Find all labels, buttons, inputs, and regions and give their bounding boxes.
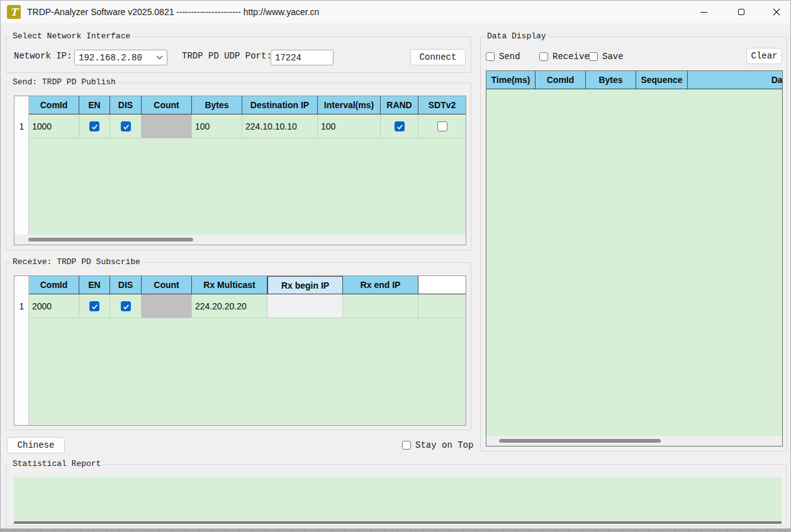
scrollbar-thumb[interactable] [28,238,193,241]
col-rand[interactable]: RAND [381,96,418,114]
udp-port-input[interactable] [271,50,334,65]
col-comid[interactable]: ComId [536,71,586,89]
network-ip-value: 192.168.2.80 [79,53,142,63]
col-sequence[interactable]: Sequence [636,71,688,89]
app-window: T TRDP-Analyzer Software v2025.0821 ----… [0,0,791,532]
cell-dis [110,294,142,318]
cell-rx-end-ip[interactable] [343,294,418,318]
receive-group: Receive: TRDP PD Subscribe ComId EN DIS … [6,262,471,430]
send-filter-label: Send [499,52,520,62]
en-checkbox[interactable] [89,121,99,131]
col-destination-ip[interactable]: Destination IP [242,96,318,114]
save-filter-checkbox[interactable] [589,52,598,61]
scrollbar-thumb[interactable] [14,521,782,524]
stay-on-top: Stay on Top [402,440,473,450]
resize-grip-strip [1,528,791,532]
cell-interval-ms[interactable]: 100 [318,114,381,138]
data-display-group: Data Display Send Receive Save Clear Tim… [480,36,787,452]
cell-comid[interactable]: 2000 [29,294,79,318]
col-en[interactable]: EN [79,276,110,294]
cell-en [79,294,110,318]
receive-row-number[interactable]: 1 [14,294,29,318]
dis-checkbox[interactable] [121,301,131,311]
cell-dis [110,114,142,138]
network-group-label: Select Network Interface [10,31,133,41]
network-ip-select[interactable]: 192.168.2.80 [74,50,167,65]
send-group-label: Send: TRDP PD Publish [10,77,118,87]
col-interval-ms[interactable]: Interval(ms) [318,96,381,114]
cell-count [142,114,192,138]
statistical-report-label: Statistical Report [10,459,103,468]
minimize-button[interactable] [689,1,718,23]
en-checkbox[interactable] [89,301,99,311]
network-ip-label: Network IP: [14,51,72,61]
col-sdtv2[interactable]: SDTv2 [418,96,466,114]
statistical-report-group: Statistical Report [6,464,787,526]
close-icon [773,8,780,16]
cell-rx-begin-ip[interactable] [267,294,343,318]
receive-table: ComId EN DIS Count Rx Multicast Rx begin… [14,275,466,426]
col-dis[interactable]: DIS [110,276,142,294]
receive-group-label: Receive: TRDP PD Subscribe [10,257,143,267]
udp-port-label: TRDP PD UDP Port: [182,51,272,61]
cell-comid[interactable]: 1000 [29,114,79,138]
cell-destination-ip[interactable]: 224.10.10.10 [242,114,318,138]
col-en[interactable]: EN [79,96,110,114]
col-rx-end-ip[interactable]: Rx end IP [343,276,418,294]
cell-rand [381,114,418,138]
receive-table-header: ComId EN DIS Count Rx Multicast Rx begin… [29,276,466,294]
data-display-group-label: Data Display [485,31,549,41]
col-bytes[interactable]: Bytes [192,96,242,114]
send-table-header: ComId EN DIS Count Bytes Destination IP … [29,96,466,114]
titlebar: T TRDP-Analyzer Software v2025.0821 ----… [1,1,790,23]
horizontal-scrollbar[interactable] [14,235,466,245]
receive-filter-label: Receive [553,52,590,62]
cell-empty [418,294,465,318]
clear-button[interactable]: Clear [746,48,782,64]
col-count[interactable]: Count [142,96,192,114]
statistical-report-area [14,477,782,521]
receive-filter-checkbox[interactable] [539,52,548,61]
col-count[interactable]: Count [142,276,192,294]
rand-checkbox[interactable] [395,121,405,131]
table-row: 2000 224.20.20.20 [29,294,466,318]
send-table: ComId EN DIS Count Bytes Destination IP … [14,96,466,245]
send-group: Send: TRDP PD Publish ComId EN DIS Count… [6,82,471,250]
col-comid[interactable]: ComId [29,276,79,294]
stay-on-top-label: Stay on Top [415,440,473,450]
dis-checkbox[interactable] [121,121,131,131]
stay-on-top-checkbox[interactable] [402,441,411,450]
col-bytes[interactable]: Bytes [586,71,636,89]
cell-en [79,114,110,138]
cell-rx-multicast[interactable]: 224.20.20.20 [192,294,267,318]
col-data[interactable]: Data [688,71,783,89]
cell-sdtv2 [418,114,466,138]
close-button[interactable] [762,1,791,23]
data-display-table-header: Time(ms) ComId Bytes Sequence Data [486,71,783,89]
col-time-ms[interactable]: Time(ms) [486,71,536,89]
data-display-table: Time(ms) ComId Bytes Sequence Data [486,70,783,446]
col-rx-begin-ip[interactable]: Rx begin IP [267,276,343,294]
sdtv2-checkbox[interactable] [437,121,447,131]
col-comid[interactable]: ComId [29,96,79,114]
cell-bytes[interactable]: 100 [192,114,242,138]
chinese-button[interactable]: Chinese [7,437,65,453]
app-icon: T [7,5,21,19]
network-interface-group: Select Network Interface Network IP: 192… [6,36,471,73]
col-dis[interactable]: DIS [110,96,142,114]
save-filter-label: Save [602,52,624,62]
table-row: 1000 100 224.10.10.10 100 [29,114,466,138]
chevron-down-icon [156,55,163,60]
save-filter: Save [589,52,624,62]
connect-button[interactable]: Connect [410,49,466,65]
send-filter-checkbox[interactable] [486,52,495,61]
maximize-icon [738,9,744,15]
scrollbar-thumb[interactable] [499,439,661,443]
header-filler [418,276,465,294]
send-row-number[interactable]: 1 [14,114,29,138]
cell-count [142,294,192,318]
minimize-icon [700,12,707,13]
horizontal-scrollbar[interactable] [486,436,782,446]
col-rx-multicast[interactable]: Rx Multicast [192,276,267,294]
maximize-button[interactable] [727,1,756,23]
